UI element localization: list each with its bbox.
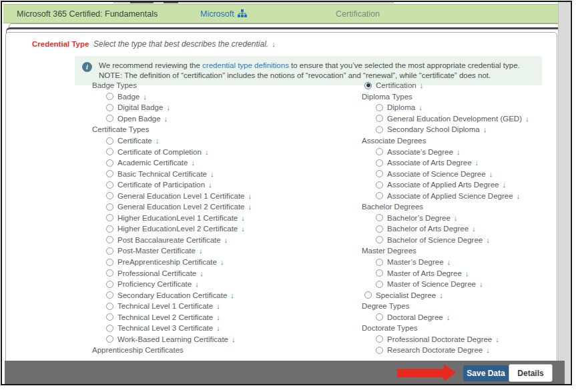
radio-button[interactable] (106, 148, 113, 155)
radio-button[interactable] (106, 281, 113, 288)
radio-button[interactable] (106, 259, 113, 266)
definition-arrow-icon[interactable]: ↓ (517, 192, 521, 200)
radio-button[interactable] (106, 137, 113, 145)
definition-arrow-icon[interactable]: ↓ (164, 115, 168, 123)
radio-button[interactable] (376, 347, 383, 354)
radio-button[interactable] (106, 93, 113, 100)
radio-button[interactable] (106, 181, 113, 189)
credential-header-row[interactable]: Microsoft 365 Certified: Fundamentals Mi… (3, 4, 569, 23)
radio-button[interactable] (376, 148, 383, 155)
definition-arrow-icon[interactable]: ↓ (525, 115, 529, 123)
definition-arrow-icon[interactable]: ↓ (418, 103, 422, 111)
radio-option-row[interactable]: Open Badge↓ (92, 113, 359, 125)
radio-option-row[interactable]: Post-Master Certificate↓ (92, 245, 359, 257)
radio-button[interactable] (106, 225, 113, 233)
definition-arrow-icon[interactable]: ↓ (191, 159, 195, 167)
definition-arrow-icon[interactable]: ↓ (457, 148, 461, 156)
radio-button[interactable] (106, 159, 113, 167)
radio-option-row[interactable]: Bachelor of Science Degree↓ (362, 235, 559, 246)
definition-arrow-icon[interactable]: ↓ (200, 269, 204, 277)
definition-arrow-icon[interactable]: ↓ (230, 291, 234, 299)
radio-button[interactable] (106, 291, 113, 299)
radio-button[interactable] (106, 170, 113, 177)
radio-option-row[interactable]: Specialist Degree↓ (362, 289, 559, 301)
definition-arrow-icon[interactable]: ↓ (503, 181, 507, 189)
credential-type-definitions-link[interactable]: credential type definitions (202, 61, 289, 69)
radio-option-row[interactable]: Research Doctorate Degree↓ (362, 345, 559, 356)
definition-arrow-icon[interactable]: ↓ (454, 214, 458, 222)
definition-arrow-icon[interactable]: ↓ (195, 280, 199, 288)
definition-arrow-icon[interactable]: ↓ (216, 324, 220, 332)
definition-arrow-icon[interactable]: ↓ (216, 313, 220, 321)
radio-button[interactable] (376, 126, 383, 133)
radio-button[interactable] (106, 236, 113, 243)
radio-button[interactable] (376, 104, 383, 111)
radio-option-row[interactable]: Bachelor’s Degree↓ (362, 213, 559, 224)
definition-arrow-icon[interactable]: ↓ (447, 313, 451, 321)
radio-button[interactable] (106, 335, 113, 343)
definition-arrow-icon[interactable]: ↓ (495, 335, 499, 343)
radio-option-row[interactable]: Certificate of Completion↓ (92, 146, 359, 157)
definition-arrow-icon[interactable]: ↓ (156, 137, 160, 145)
radio-option-row[interactable]: Secondary Education Certificate↓ (92, 289, 359, 301)
radio-button[interactable] (376, 181, 383, 189)
definition-arrow-icon[interactable]: ↓ (475, 159, 479, 167)
radio-option-row[interactable]: General Education Level 1 Certificate↓ (92, 190, 359, 201)
definition-arrow-icon[interactable]: ↓ (420, 81, 424, 89)
radio-button[interactable] (376, 259, 383, 266)
radio-button[interactable] (376, 170, 383, 177)
radio-button[interactable] (106, 325, 113, 332)
radio-button[interactable] (106, 192, 113, 199)
radio-option-row[interactable]: Post Baccalaureate Certificate↓ (92, 235, 359, 246)
radio-button[interactable] (376, 192, 383, 199)
radio-button[interactable] (376, 236, 383, 243)
definition-arrow-icon[interactable]: ↓ (447, 258, 451, 266)
definition-arrow-icon[interactable]: ↓ (472, 225, 476, 233)
definition-arrow-icon[interactable]: ↓ (216, 302, 220, 310)
definition-arrow-icon[interactable]: ↓ (224, 236, 228, 244)
definition-arrow-icon[interactable]: ↓ (241, 214, 245, 222)
radio-option-row[interactable]: Academic Certificate↓ (92, 157, 359, 169)
radio-button[interactable] (376, 115, 383, 122)
radio-option-row[interactable]: Master of Science Degree↓ (362, 279, 559, 290)
radio-option-row[interactable]: Secondary School Diploma↓ (362, 124, 559, 135)
radio-option-row[interactable]: Higher EducationLevel 1 Certificate↓ (92, 213, 359, 224)
radio-button[interactable] (364, 291, 372, 299)
definition-arrow-icon[interactable]: ↓ (486, 236, 490, 244)
radio-option-row[interactable]: Work-Based Learning Certificate↓ (92, 334, 359, 345)
definition-arrow-icon[interactable]: ↓ (486, 346, 490, 354)
definition-arrow-icon[interactable]: ↓ (465, 269, 469, 277)
radio-button[interactable] (106, 104, 113, 111)
issuer-link[interactable]: Microsoft (200, 9, 247, 19)
definition-arrow-icon[interactable]: ↓ (248, 192, 252, 200)
radio-option-row[interactable]: Technical Level 3 Certificate↓ (92, 323, 359, 334)
radio-button[interactable] (376, 159, 383, 167)
radio-button[interactable] (376, 281, 383, 288)
definition-arrow-icon[interactable]: ↓ (166, 103, 170, 111)
radio-option-row[interactable]: Professional Certificate↓ (92, 267, 359, 279)
radio-button[interactable] (106, 203, 113, 211)
radio-option-row[interactable]: Doctoral Degree↓ (362, 311, 559, 323)
radio-option-row[interactable]: Professional Doctorate Degree↓ (362, 334, 559, 345)
radio-option-row[interactable]: Associate’s Degree↓ (362, 146, 559, 157)
radio-option-row[interactable]: General Education Level 2 Certificate↓ (92, 201, 359, 213)
radio-option-row[interactable]: Master of Arts Degree↓ (362, 267, 559, 279)
radio-option-row[interactable]: Technical Level 1 Certificate↓ (92, 301, 359, 312)
radio-option-row[interactable]: Basic Technical Certificate↓ (92, 168, 359, 179)
definition-arrow-icon[interactable]: ↓ (489, 170, 493, 178)
radio-button[interactable] (106, 247, 113, 255)
radio-option-row[interactable]: Proficiency Certificate↓ (92, 279, 359, 290)
radio-button[interactable] (376, 313, 383, 321)
definition-arrow-icon[interactable]: ↓ (272, 40, 276, 48)
radio-button-selected[interactable] (364, 82, 372, 89)
radio-option-row[interactable]: General Education Development (GED)↓ (362, 113, 559, 125)
radio-option-row[interactable]: PreApprenticeship Certificate↓ (92, 257, 359, 268)
radio-option-row[interactable]: Certification↓ (362, 80, 559, 91)
definition-arrow-icon[interactable]: ↓ (208, 181, 212, 189)
radio-button[interactable] (106, 303, 113, 310)
radio-button[interactable] (106, 269, 113, 277)
radio-button[interactable] (376, 214, 383, 221)
definition-arrow-icon[interactable]: ↓ (248, 203, 252, 211)
definition-arrow-icon[interactable]: ↓ (232, 335, 236, 343)
radio-option-row[interactable]: Associate of Applied Arts Degree↓ (362, 179, 559, 191)
